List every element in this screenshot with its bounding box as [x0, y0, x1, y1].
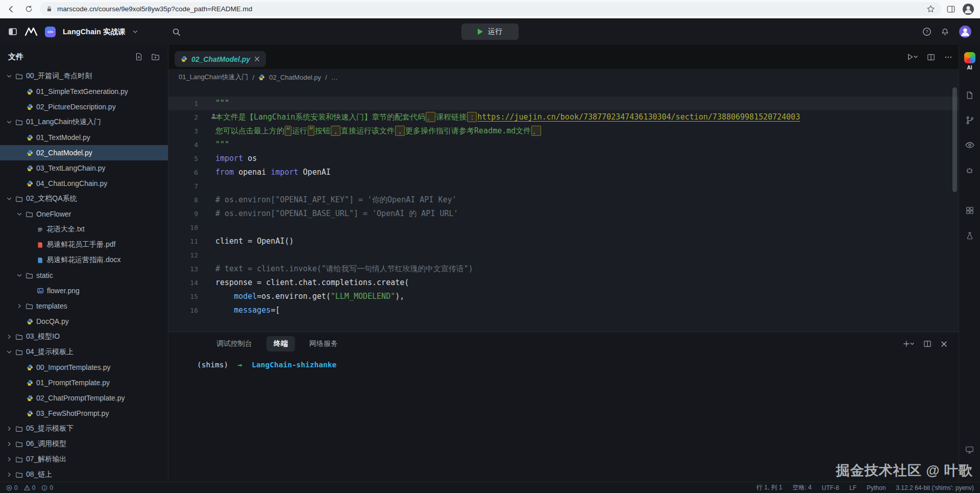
- tree-item[interactable]: DocQA.py: [0, 314, 168, 329]
- tree-item[interactable]: 05_提示模板下: [0, 421, 168, 436]
- preview-eye-icon[interactable]: [965, 140, 974, 150]
- tree-item[interactable]: 易速鲜花员工手册.pdf: [0, 237, 168, 252]
- new-terminal-icon[interactable]: [903, 340, 914, 347]
- tree-item[interactable]: 03_模型IO: [0, 329, 168, 344]
- split-editor-icon[interactable]: [927, 53, 935, 61]
- refresh-icon[interactable]: [22, 3, 35, 15]
- notifications-bell-icon[interactable]: [941, 28, 949, 36]
- code-line[interactable]: 13# text = client.invoke("请给我写一句情人节红玫瑰的中…: [168, 262, 959, 276]
- code-line[interactable]: 6from openai import OpenAI: [168, 166, 959, 179]
- code-editor[interactable]: 1"""2本文件是【LangChain系统安装和快速入门】章节的配套代码。课程链…: [168, 85, 959, 332]
- terminal-output[interactable]: (shims) → LangChain-shizhanke: [168, 356, 959, 369]
- status-item[interactable]: UTF-8: [822, 484, 839, 491]
- tree-item[interactable]: 02_PictureDescription.py: [0, 99, 168, 114]
- help-icon[interactable]: ?: [922, 27, 932, 36]
- panel-tab[interactable]: 调试控制台: [209, 336, 259, 351]
- more-actions-icon[interactable]: [944, 53, 952, 61]
- code-line[interactable]: 8# os.environ["OPENAI_API_KEY"] = '你的Ope…: [168, 193, 959, 207]
- workspace-name[interactable]: LangChain 实战课: [63, 27, 125, 37]
- remote-window-icon[interactable]: [965, 444, 974, 455]
- tree-item[interactable]: 01_TextModel.py: [0, 130, 168, 145]
- bookmark-star-icon[interactable]: [926, 5, 935, 13]
- code-line[interactable]: 10: [168, 221, 959, 234]
- new-folder-icon[interactable]: [151, 53, 160, 61]
- tree-item[interactable]: 06_调用模型: [0, 436, 168, 452]
- tree-item-label: 04_ChatLongChain.py: [36, 179, 107, 187]
- editor-scrollbar[interactable]: [952, 87, 957, 192]
- browser-avatar[interactable]: [962, 3, 975, 16]
- code-line[interactable]: 4""": [168, 138, 959, 152]
- breadcrumb-more[interactable]: …: [331, 74, 338, 81]
- run-button[interactable]: 运行: [461, 24, 519, 40]
- new-file-icon[interactable]: [135, 53, 143, 61]
- tree-item[interactable]: flower.png: [0, 283, 168, 298]
- code-line[interactable]: 5import os: [168, 152, 959, 166]
- editor-tab[interactable]: 02_ChatModel.py: [175, 51, 266, 67]
- split-panel-icon[interactable]: [923, 340, 932, 348]
- marscode-logo-icon[interactable]: [24, 27, 38, 37]
- tree-item[interactable]: 02_文档QA系统: [0, 191, 168, 206]
- tree-item[interactable]: static: [0, 268, 168, 283]
- back-icon[interactable]: [5, 3, 17, 15]
- git-branch-icon[interactable]: [966, 115, 974, 125]
- tree-item[interactable]: 花语大全.txt: [0, 222, 168, 237]
- code-line[interactable]: 9# os.environ["OPENAI_BASE_URL"] = 'Open…: [168, 207, 959, 221]
- status-item[interactable]: 空格: 4: [793, 483, 812, 492]
- line-number: 9: [168, 207, 198, 221]
- tree-item-label: 易速鲜花运营指南.docx: [46, 255, 120, 265]
- tree-item[interactable]: 08_链上: [0, 467, 168, 482]
- tree-item[interactable]: templates: [0, 298, 168, 314]
- tab-close-icon[interactable]: [254, 56, 260, 62]
- breadcrumb-file[interactable]: 02_ChatModel.py: [269, 74, 321, 81]
- folder-icon: [26, 210, 33, 218]
- tree-item[interactable]: 02_ChatModel.py: [0, 145, 168, 160]
- tree-item[interactable]: 00_ImportTemplates.py: [0, 360, 168, 375]
- breadcrumb-folder[interactable]: 01_LangChain快速入门: [179, 73, 249, 82]
- tree-item[interactable]: 01_PromptTemplate.py: [0, 375, 168, 390]
- code-line[interactable]: 3您可以点击最上方的“运行”按钮，直接运行该文件，更多操作指引请参考Readme…: [168, 124, 959, 138]
- tree-item[interactable]: 07_解析输出: [0, 452, 168, 467]
- search-icon[interactable]: [172, 28, 181, 36]
- tree-item[interactable]: 03_FewShotPrompt.py: [0, 406, 168, 421]
- debug-bug-icon[interactable]: [965, 165, 974, 175]
- tree-item[interactable]: 01_LangChain快速入门: [0, 114, 168, 130]
- code-line[interactable]: 16 messages=[: [168, 303, 959, 317]
- tree-item[interactable]: 02_ChatPromptTemplate.py: [0, 390, 168, 406]
- code-line[interactable]: 1""": [168, 97, 959, 110]
- tree-item[interactable]: 00_开篇词_奇点时刻: [0, 68, 168, 84]
- tree-item[interactable]: 04_提示模板上: [0, 344, 168, 360]
- tree-item[interactable]: 01_SimpleTextGeneration.py: [0, 84, 168, 99]
- code-line[interactable]: 12: [168, 248, 959, 262]
- browser-sidebar-icon[interactable]: [946, 5, 955, 14]
- code-line-text: messages=[: [198, 303, 280, 317]
- tests-flask-icon[interactable]: [966, 230, 974, 241]
- code-line[interactable]: 7: [168, 179, 959, 193]
- terminal-prompt-line: (shims) → LangChain-shizhanke: [197, 361, 959, 369]
- address-bar[interactable]: marscode.cn/course/9e9xol5r8yw35p?code_p…: [40, 2, 941, 16]
- status-item[interactable]: LF: [849, 484, 856, 491]
- tree-item[interactable]: 易速鲜花运营指南.docx: [0, 252, 168, 268]
- tree-item-label: 01_PromptTemplate.py: [36, 379, 110, 387]
- extensions-grid-icon[interactable]: [966, 205, 974, 216]
- tree-item[interactable]: OneFlower: [0, 206, 168, 222]
- tree-item[interactable]: 04_ChatLongChain.py: [0, 176, 168, 191]
- code-line[interactable]: 11client = OpenAI(): [168, 234, 959, 248]
- code-line[interactable]: 2本文件是【LangChain系统安装和快速入门】章节的配套代码。课程链接：ht…: [168, 110, 959, 124]
- layout-toggle-icon[interactable]: [8, 27, 17, 36]
- code-line[interactable]: 15 model=os.environ.get("LLM_MODELEND"),: [168, 290, 959, 303]
- status-item[interactable]: 3.12.2 64-bit ('shims': pyenv): [896, 484, 974, 491]
- run-file-icon[interactable]: [907, 53, 918, 61]
- ai-assistant-button[interactable]: AI: [964, 52, 975, 71]
- panel-tab[interactable]: 终端: [266, 336, 295, 351]
- status-item[interactable]: Python: [867, 484, 886, 491]
- problems-indicator[interactable]: 0 0 0: [6, 484, 53, 491]
- code-line[interactable]: 14response = client.chat.completions.cre…: [168, 276, 959, 290]
- close-panel-icon[interactable]: [941, 341, 947, 347]
- panel-tab[interactable]: 网络服务: [302, 336, 345, 351]
- status-item[interactable]: 行 1, 列 1: [756, 483, 782, 492]
- chevron-down-icon[interactable]: [132, 29, 138, 35]
- document-icon[interactable]: [965, 90, 974, 100]
- user-avatar[interactable]: [959, 25, 972, 38]
- python-file-icon: [27, 150, 33, 156]
- tree-item[interactable]: 03_TextLangChain.py: [0, 160, 168, 176]
